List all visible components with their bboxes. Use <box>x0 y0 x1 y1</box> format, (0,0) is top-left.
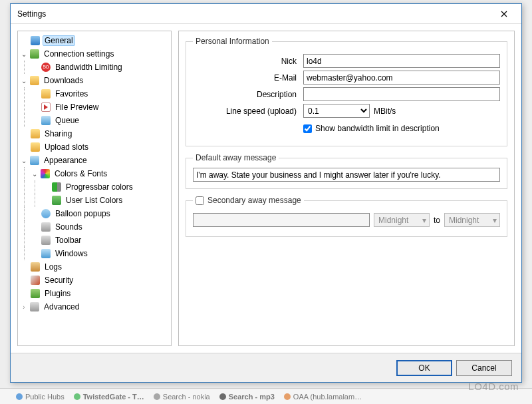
expander-icon[interactable]: ⌄ <box>19 76 29 85</box>
settings-content: Personal Information Nick E-Mail Descrip… <box>178 31 515 346</box>
secondary-away-checkbox[interactable]: Secondary away message <box>193 196 304 205</box>
checkbox-label: Show bandwidth limit in description <box>315 124 440 133</box>
tree-item-userlist-colors[interactable]: User List Colors <box>19 194 170 207</box>
tree-label: Bandwidth Limiting <box>53 62 124 73</box>
shield-icon <box>30 275 41 286</box>
folder-star-icon <box>41 89 51 99</box>
speaker-icon <box>41 222 51 232</box>
tree-label: Plugins <box>43 288 72 299</box>
linespeed-unit: MBit/s <box>374 106 396 116</box>
close-button[interactable] <box>491 5 517 23</box>
tree-label: Sounds <box>53 222 84 232</box>
tree-label: Downloads <box>42 75 85 86</box>
folder-down-icon <box>29 75 40 86</box>
notebook-icon <box>30 262 41 272</box>
display-icon <box>29 155 40 166</box>
tree-item-plugins[interactable]: Plugins <box>19 287 170 300</box>
email-input[interactable] <box>303 71 500 85</box>
background-taskbar: Public Hubs TwistedGate - T… Search - no… <box>0 388 532 404</box>
tree-item-file-preview[interactable]: File Preview <box>19 101 170 114</box>
tree-label: User List Colors <box>64 195 124 206</box>
tree-label: General <box>43 35 75 46</box>
tree-label: Balloon popups <box>53 208 112 219</box>
tree-label: Advanced <box>42 302 81 312</box>
tree-label: File Preview <box>53 102 100 112</box>
folder-up-icon <box>30 128 41 139</box>
settings-dialog: Settings General ⌄ Conne <box>10 3 522 383</box>
tree-item-appearance[interactable]: ⌄ Appearance <box>19 154 170 167</box>
close-icon <box>501 11 507 17</box>
group-legend: Personal Information <box>193 37 272 46</box>
tree-label: Colors & Fonts <box>53 168 109 179</box>
show-bandwidth-checkbox-input[interactable] <box>303 124 312 133</box>
tree-label: Sharing <box>43 128 74 139</box>
tree-label: Progressbar colors <box>64 182 135 192</box>
secondary-away-input <box>193 213 370 227</box>
queue-icon <box>41 115 51 126</box>
tree-label: Toolbar <box>53 235 83 246</box>
tree-item-bandwidth-limiting[interactable]: 50 Bandwidth Limiting <box>19 61 170 74</box>
tree-item-progressbar-colors[interactable]: Progressbar colors <box>19 180 170 194</box>
tree-label: Logs <box>43 262 64 272</box>
time-from-select: Midnight <box>374 213 430 227</box>
nick-input[interactable] <box>303 54 500 68</box>
tree-item-downloads[interactable]: ⌄ Downloads <box>19 74 170 87</box>
tree-label: Appearance <box>42 155 89 166</box>
play-icon <box>41 102 51 112</box>
tree-item-connection[interactable]: ⌄ Connection settings <box>19 47 170 61</box>
tree-item-sounds[interactable]: Sounds <box>19 220 170 234</box>
tree-item-windows[interactable]: Windows <box>19 247 170 260</box>
secondary-away-checkbox-input[interactable] <box>196 196 204 205</box>
linespeed-label: Line speed (upload) <box>193 106 299 116</box>
taskbar-tab: TwistedGate - T… <box>74 393 144 401</box>
personal-information-group: Personal Information Nick E-Mail Descrip… <box>186 37 507 146</box>
tree-item-security[interactable]: Security <box>19 274 170 287</box>
ok-button[interactable]: OK <box>396 360 452 376</box>
cancel-button[interactable]: Cancel <box>456 360 512 376</box>
show-bandwidth-checkbox[interactable]: Show bandwidth limit in description <box>303 124 440 133</box>
tree-item-balloon-popups[interactable]: Balloon popups <box>19 207 170 220</box>
tools-icon <box>41 235 51 246</box>
speed-limit-icon: 50 <box>41 62 51 73</box>
balloon-icon <box>41 208 51 219</box>
expander-icon[interactable]: ⌄ <box>30 169 39 178</box>
dialog-button-bar: OK Cancel <box>11 353 521 382</box>
tree-item-general[interactable]: General <box>19 34 170 47</box>
flag-icon <box>51 182 62 192</box>
tree-item-sharing[interactable]: Sharing <box>19 127 170 140</box>
expander-icon[interactable]: › <box>19 302 29 311</box>
checkbox-label: Secondary away message <box>207 196 301 205</box>
taskbar-tab: Search - mp3 <box>219 393 275 401</box>
puzzle-icon <box>30 288 41 299</box>
tree-label: Windows <box>53 248 90 259</box>
globe-wrench-icon <box>30 35 41 46</box>
globe-icon <box>29 49 40 59</box>
folder-green-icon <box>30 142 41 152</box>
tree-item-advanced[interactable]: › Advanced <box>19 300 170 313</box>
tree-item-toolbar[interactable]: Toolbar <box>19 234 170 247</box>
default-away-input[interactable] <box>193 168 500 182</box>
description-input[interactable] <box>303 87 500 101</box>
tree-label: Queue <box>53 115 81 126</box>
group-legend: Default away message <box>193 153 279 162</box>
taskbar-tab: Public Hubs <box>16 393 65 401</box>
taskbar-tab: Search - nokia <box>154 393 210 401</box>
tree-item-upload-slots[interactable]: Upload slots <box>19 140 170 154</box>
window-icon <box>41 248 51 259</box>
default-away-group: Default away message <box>186 153 507 189</box>
expander-icon[interactable]: ⌄ <box>19 49 29 59</box>
tree-item-colors-fonts[interactable]: ⌄ Colors & Fonts <box>19 167 170 180</box>
tree-label: Upload slots <box>43 142 90 152</box>
description-label: Description <box>193 90 299 99</box>
tree-item-favorites[interactable]: Favorites <box>19 87 170 101</box>
linespeed-select[interactable]: 0.1 <box>303 104 370 118</box>
settings-tree[interactable]: General ⌄ Connection settings 50 <box>17 31 172 346</box>
users-icon <box>51 195 62 206</box>
email-label: E-Mail <box>193 73 299 83</box>
window-title: Settings <box>17 9 46 19</box>
tree-item-queue[interactable]: Queue <box>19 114 170 127</box>
titlebar: Settings <box>11 4 521 24</box>
gears-icon <box>29 302 40 312</box>
tree-item-logs[interactable]: Logs <box>19 260 170 274</box>
expander-icon[interactable]: ⌄ <box>19 156 29 165</box>
